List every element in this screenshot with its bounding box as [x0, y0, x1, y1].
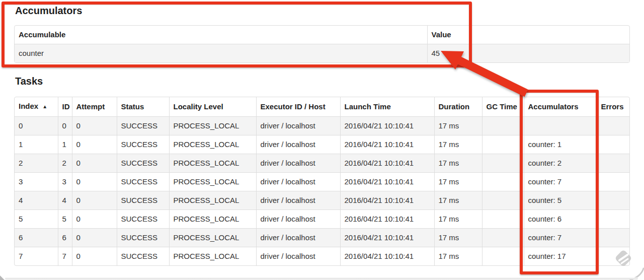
table-cell: 0: [72, 117, 117, 135]
table-cell: [482, 173, 524, 191]
table-cell: 17 ms: [434, 191, 482, 210]
table-cell: SUCCESS: [117, 173, 169, 191]
table-cell: [597, 135, 630, 154]
table-cell: 0: [58, 117, 72, 135]
table-cell: 0: [72, 247, 117, 266]
table-cell: [597, 154, 630, 173]
col-header-errors[interactable]: Errors: [597, 97, 630, 117]
tasks-table-grid: Index▲ ID Attempt Status Locality Level …: [15, 97, 630, 265]
table-cell: 2016/04/21 10:10:41: [340, 173, 434, 191]
table-cell: 2016/04/21 10:10:41: [340, 154, 434, 173]
table-cell: 2016/04/21 10:10:41: [340, 229, 434, 247]
table-cell: [597, 210, 630, 229]
table-cell: 17 ms: [434, 135, 482, 154]
table-cell: [482, 191, 524, 210]
col-header-index[interactable]: Index▲: [15, 97, 58, 117]
table-cell: 3: [15, 173, 58, 191]
tasks-header-row: Index▲ ID Attempt Status Locality Level …: [15, 97, 630, 117]
table-cell: PROCESS_LOCAL: [169, 135, 256, 154]
accumulators-heading: Accumulators: [15, 5, 82, 17]
table-cell: 0: [72, 229, 117, 247]
table-cell: 0: [72, 191, 117, 210]
col-header-id[interactable]: ID: [58, 97, 72, 117]
table-cell: 2016/04/21 10:10:41: [340, 117, 434, 135]
table-cell: 1: [15, 135, 58, 154]
window-corner-mark: [0, 275, 5, 280]
col-header-status[interactable]: Status: [117, 97, 169, 117]
table-cell: PROCESS_LOCAL: [169, 247, 256, 266]
col-header-accumulable: Accumulable: [15, 26, 427, 44]
table-row: counter45: [15, 44, 630, 63]
table-cell: driver / localhost: [256, 191, 340, 210]
table-cell: 45: [427, 44, 630, 63]
table-row: 440SUCCESSPROCESS_LOCALdriver / localhos…: [15, 191, 630, 210]
col-header-accumulators[interactable]: Accumulators: [524, 97, 597, 117]
table-cell: SUCCESS: [117, 229, 169, 247]
table-cell: 17 ms: [434, 247, 482, 266]
table-cell: 2016/04/21 10:10:41: [340, 191, 434, 210]
tasks-heading: Tasks: [15, 75, 43, 87]
table-cell: [482, 154, 524, 173]
col-header-index-label: Index: [19, 102, 38, 110]
table-cell: PROCESS_LOCAL: [169, 173, 256, 191]
table-cell: [597, 191, 630, 210]
col-header-launch-time[interactable]: Launch Time: [340, 97, 434, 117]
table-cell: driver / localhost: [256, 210, 340, 229]
col-header-attempt[interactable]: Attempt: [72, 97, 117, 117]
table-cell: [482, 210, 524, 229]
table-cell: counter: 17: [524, 247, 597, 266]
col-header-executor-id-host[interactable]: Executor ID / Host: [256, 97, 340, 117]
table-cell: [482, 135, 524, 154]
table-cell: PROCESS_LOCAL: [169, 117, 256, 135]
accumulators-header-row: Accumulable Value: [15, 26, 630, 44]
table-cell: counter: 5: [524, 191, 597, 210]
table-cell: SUCCESS: [117, 247, 169, 266]
table-cell: 2: [58, 154, 72, 173]
table-row: 000SUCCESSPROCESS_LOCALdriver / localhos…: [15, 117, 630, 135]
table-row: 770SUCCESSPROCESS_LOCALdriver / localhos…: [15, 247, 630, 266]
table-row: 550SUCCESSPROCESS_LOCALdriver / localhos…: [15, 210, 630, 229]
col-header-duration[interactable]: Duration: [434, 97, 482, 117]
accumulators-table: Accumulable Value counter45: [14, 25, 630, 63]
table-cell: 17 ms: [434, 117, 482, 135]
table-cell: 1: [58, 135, 72, 154]
table-cell: 2016/04/21 10:10:41: [340, 135, 434, 154]
col-header-gc-time[interactable]: GC Time: [482, 97, 524, 117]
table-cell: [524, 117, 597, 135]
table-cell: SUCCESS: [117, 117, 169, 135]
col-header-value: Value: [427, 26, 630, 44]
table-cell: driver / localhost: [256, 247, 340, 266]
table-cell: 17 ms: [434, 154, 482, 173]
table-cell: [597, 229, 630, 247]
table-row: 660SUCCESSPROCESS_LOCALdriver / localhos…: [15, 229, 630, 247]
table-cell: driver / localhost: [256, 154, 340, 173]
table-cell: counter: [15, 44, 427, 63]
window-bottom-edge: [5, 277, 638, 279]
table-cell: PROCESS_LOCAL: [169, 210, 256, 229]
table-cell: 17 ms: [434, 173, 482, 191]
table-cell: 17 ms: [434, 229, 482, 247]
accumulators-table-grid: Accumulable Value counter45: [15, 26, 630, 62]
table-cell: 6: [58, 229, 72, 247]
table-cell: [482, 117, 524, 135]
table-cell: 7: [15, 247, 58, 266]
table-cell: [597, 173, 630, 191]
table-cell: 2: [15, 154, 58, 173]
table-cell: 0: [72, 135, 117, 154]
table-cell: SUCCESS: [117, 154, 169, 173]
table-cell: 2016/04/21 10:10:41: [340, 210, 434, 229]
table-cell: 0: [72, 210, 117, 229]
table-cell: 2016/04/21 10:10:41: [340, 247, 434, 266]
table-cell: 3: [58, 173, 72, 191]
table-cell: 5: [58, 210, 72, 229]
table-cell: [482, 229, 524, 247]
table-cell: counter: 1: [524, 135, 597, 154]
table-row: 110SUCCESSPROCESS_LOCALdriver / localhos…: [15, 135, 630, 154]
sort-ascending-icon: ▲: [42, 104, 47, 109]
table-cell: 4: [58, 191, 72, 210]
table-cell: SUCCESS: [117, 135, 169, 154]
table-cell: PROCESS_LOCAL: [169, 154, 256, 173]
col-header-locality-level[interactable]: Locality Level: [169, 97, 256, 117]
table-cell: [597, 117, 630, 135]
table-cell: PROCESS_LOCAL: [169, 229, 256, 247]
